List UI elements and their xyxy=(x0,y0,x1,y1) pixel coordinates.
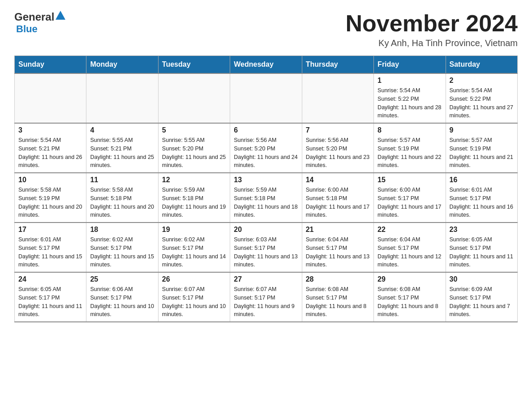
day-number: 18 xyxy=(90,226,154,234)
table-row: 12Sunrise: 5:59 AM Sunset: 5:18 PM Dayli… xyxy=(158,173,230,223)
table-row: 21Sunrise: 6:04 AM Sunset: 5:17 PM Dayli… xyxy=(302,223,373,272)
title-section: November 2024 Ky Anh, Ha Tinh Province, … xyxy=(346,11,518,48)
day-number: 25 xyxy=(90,275,154,283)
table-row: 27Sunrise: 6:07 AM Sunset: 5:17 PM Dayli… xyxy=(230,272,302,322)
day-number: 3 xyxy=(18,126,82,134)
logo-general-text: General xyxy=(14,11,54,23)
day-info: Sunrise: 5:59 AM Sunset: 5:18 PM Dayligh… xyxy=(234,186,298,219)
table-row: 16Sunrise: 6:01 AM Sunset: 5:17 PM Dayli… xyxy=(446,173,517,223)
day-number: 21 xyxy=(306,226,370,234)
day-number: 30 xyxy=(450,275,514,283)
day-info: Sunrise: 6:04 AM Sunset: 5:17 PM Dayligh… xyxy=(378,235,442,269)
day-info: Sunrise: 5:54 AM Sunset: 5:21 PM Dayligh… xyxy=(18,136,82,170)
header-tuesday: Tuesday xyxy=(158,56,230,74)
table-row: 5Sunrise: 5:55 AM Sunset: 5:20 PM Daylig… xyxy=(158,123,230,173)
day-number: 23 xyxy=(450,226,514,234)
table-row: 22Sunrise: 6:04 AM Sunset: 5:17 PM Dayli… xyxy=(374,223,446,272)
day-info: Sunrise: 6:01 AM Sunset: 5:17 PM Dayligh… xyxy=(450,186,514,219)
day-info: Sunrise: 5:56 AM Sunset: 5:20 PM Dayligh… xyxy=(306,136,370,170)
header-monday: Monday xyxy=(86,56,158,74)
day-number: 15 xyxy=(378,176,442,184)
day-number: 29 xyxy=(378,275,442,283)
day-number: 2 xyxy=(450,77,514,85)
day-number: 9 xyxy=(450,126,514,134)
calendar-week-4: 17Sunrise: 6:01 AM Sunset: 5:17 PM Dayli… xyxy=(15,223,518,272)
day-number: 10 xyxy=(18,176,82,184)
day-number: 4 xyxy=(90,126,154,134)
day-info: Sunrise: 6:05 AM Sunset: 5:17 PM Dayligh… xyxy=(18,285,82,319)
table-row xyxy=(15,73,86,123)
day-number: 5 xyxy=(162,126,226,134)
day-number: 26 xyxy=(162,275,226,283)
logo: General Blue xyxy=(14,11,65,35)
table-row: 24Sunrise: 6:05 AM Sunset: 5:17 PM Dayli… xyxy=(15,272,86,322)
day-number: 17 xyxy=(18,226,82,234)
table-row: 15Sunrise: 6:00 AM Sunset: 5:17 PM Dayli… xyxy=(374,173,446,223)
table-row: 20Sunrise: 6:03 AM Sunset: 5:17 PM Dayli… xyxy=(230,223,302,272)
day-info: Sunrise: 5:56 AM Sunset: 5:20 PM Dayligh… xyxy=(234,136,298,170)
day-info: Sunrise: 6:01 AM Sunset: 5:17 PM Dayligh… xyxy=(18,235,82,269)
day-info: Sunrise: 6:02 AM Sunset: 5:17 PM Dayligh… xyxy=(90,235,154,269)
day-info: Sunrise: 6:08 AM Sunset: 5:17 PM Dayligh… xyxy=(306,285,370,319)
day-number: 20 xyxy=(234,226,298,234)
day-info: Sunrise: 6:09 AM Sunset: 5:17 PM Dayligh… xyxy=(450,285,514,319)
table-row: 25Sunrise: 6:06 AM Sunset: 5:17 PM Dayli… xyxy=(86,272,158,322)
calendar-week-2: 3Sunrise: 5:54 AM Sunset: 5:21 PM Daylig… xyxy=(15,123,518,173)
svg-marker-0 xyxy=(56,11,65,20)
table-row: 13Sunrise: 5:59 AM Sunset: 5:18 PM Dayli… xyxy=(230,173,302,223)
table-row: 30Sunrise: 6:09 AM Sunset: 5:17 PM Dayli… xyxy=(446,272,517,322)
calendar-table: Sunday Monday Tuesday Wednesday Thursday… xyxy=(14,56,518,322)
table-row xyxy=(158,73,230,123)
day-info: Sunrise: 6:08 AM Sunset: 5:17 PM Dayligh… xyxy=(378,285,442,319)
day-info: Sunrise: 6:06 AM Sunset: 5:17 PM Dayligh… xyxy=(90,285,154,319)
day-info: Sunrise: 5:55 AM Sunset: 5:21 PM Dayligh… xyxy=(90,136,154,170)
location-title: Ky Anh, Ha Tinh Province, Vietnam xyxy=(346,38,518,48)
day-info: Sunrise: 6:03 AM Sunset: 5:17 PM Dayligh… xyxy=(234,235,298,269)
header-wednesday: Wednesday xyxy=(230,56,302,74)
day-number: 28 xyxy=(306,275,370,283)
header-friday: Friday xyxy=(374,56,446,74)
table-row: 8Sunrise: 5:57 AM Sunset: 5:19 PM Daylig… xyxy=(374,123,446,173)
day-number: 16 xyxy=(450,176,514,184)
calendar-week-5: 24Sunrise: 6:05 AM Sunset: 5:17 PM Dayli… xyxy=(15,272,518,322)
day-number: 6 xyxy=(234,126,298,134)
table-row: 1Sunrise: 5:54 AM Sunset: 5:22 PM Daylig… xyxy=(374,73,446,123)
logo-blue-text: Blue xyxy=(16,23,38,34)
day-info: Sunrise: 6:04 AM Sunset: 5:17 PM Dayligh… xyxy=(306,235,370,269)
day-number: 14 xyxy=(306,176,370,184)
logo-triangle-icon xyxy=(56,11,65,21)
table-row: 28Sunrise: 6:08 AM Sunset: 5:17 PM Dayli… xyxy=(302,272,373,322)
page-header: General Blue November 2024 Ky Anh, Ha Ti… xyxy=(14,11,518,48)
calendar-week-3: 10Sunrise: 5:58 AM Sunset: 5:19 PM Dayli… xyxy=(15,173,518,223)
day-number: 22 xyxy=(378,226,442,234)
day-number: 27 xyxy=(234,275,298,283)
day-info: Sunrise: 5:58 AM Sunset: 5:19 PM Dayligh… xyxy=(18,186,82,219)
day-info: Sunrise: 6:00 AM Sunset: 5:18 PM Dayligh… xyxy=(306,186,370,219)
day-number: 13 xyxy=(234,176,298,184)
day-number: 7 xyxy=(306,126,370,134)
day-number: 11 xyxy=(90,176,154,184)
header-saturday: Saturday xyxy=(446,56,517,74)
table-row: 4Sunrise: 5:55 AM Sunset: 5:21 PM Daylig… xyxy=(86,123,158,173)
table-row xyxy=(302,73,373,123)
day-number: 1 xyxy=(378,77,442,85)
day-info: Sunrise: 5:57 AM Sunset: 5:19 PM Dayligh… xyxy=(378,136,442,170)
calendar-header-row: Sunday Monday Tuesday Wednesday Thursday… xyxy=(15,56,518,74)
calendar-week-1: 1Sunrise: 5:54 AM Sunset: 5:22 PM Daylig… xyxy=(15,73,518,123)
day-number: 12 xyxy=(162,176,226,184)
day-info: Sunrise: 5:59 AM Sunset: 5:18 PM Dayligh… xyxy=(162,186,226,219)
table-row: 10Sunrise: 5:58 AM Sunset: 5:19 PM Dayli… xyxy=(15,173,86,223)
table-row: 11Sunrise: 5:58 AM Sunset: 5:18 PM Dayli… xyxy=(86,173,158,223)
table-row: 9Sunrise: 5:57 AM Sunset: 5:19 PM Daylig… xyxy=(446,123,517,173)
table-row: 7Sunrise: 5:56 AM Sunset: 5:20 PM Daylig… xyxy=(302,123,373,173)
table-row: 19Sunrise: 6:02 AM Sunset: 5:17 PM Dayli… xyxy=(158,223,230,272)
day-info: Sunrise: 5:54 AM Sunset: 5:22 PM Dayligh… xyxy=(450,86,514,120)
day-number: 8 xyxy=(378,126,442,134)
table-row xyxy=(86,73,158,123)
month-title: November 2024 xyxy=(346,11,518,36)
day-info: Sunrise: 6:00 AM Sunset: 5:17 PM Dayligh… xyxy=(378,186,442,219)
day-info: Sunrise: 5:57 AM Sunset: 5:19 PM Dayligh… xyxy=(450,136,514,170)
header-sunday: Sunday xyxy=(15,56,86,74)
table-row xyxy=(230,73,302,123)
table-row: 2Sunrise: 5:54 AM Sunset: 5:22 PM Daylig… xyxy=(446,73,517,123)
